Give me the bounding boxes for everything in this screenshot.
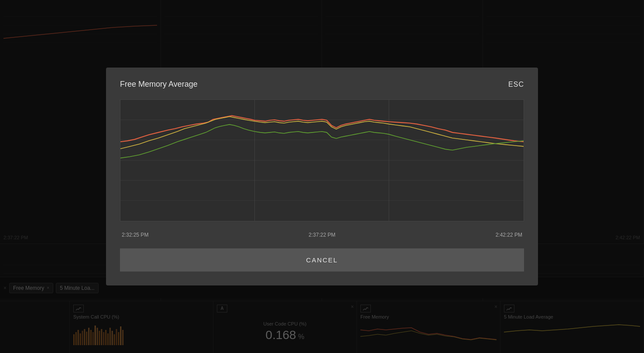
modal-title: Free Memory Average: [120, 80, 198, 89]
modal-overlay: Free Memory Average ESC: [0, 0, 644, 353]
cancel-button[interactable]: CANCEL: [120, 248, 524, 272]
modal-ts-end: 2:42:22 PM: [496, 232, 522, 238]
modal-ts-start: 2:32:25 PM: [122, 232, 148, 238]
modal-timestamps: 2:32:25 PM 2:37:22 PM 2:42:22 PM: [120, 232, 524, 238]
modal-header: Free Memory Average ESC: [120, 80, 524, 89]
modal-dialog: Free Memory Average ESC: [106, 68, 538, 285]
modal-chart: [120, 99, 524, 221]
modal-esc-button[interactable]: ESC: [508, 81, 524, 88]
modal-ts-mid: 2:37:22 PM: [308, 232, 335, 238]
